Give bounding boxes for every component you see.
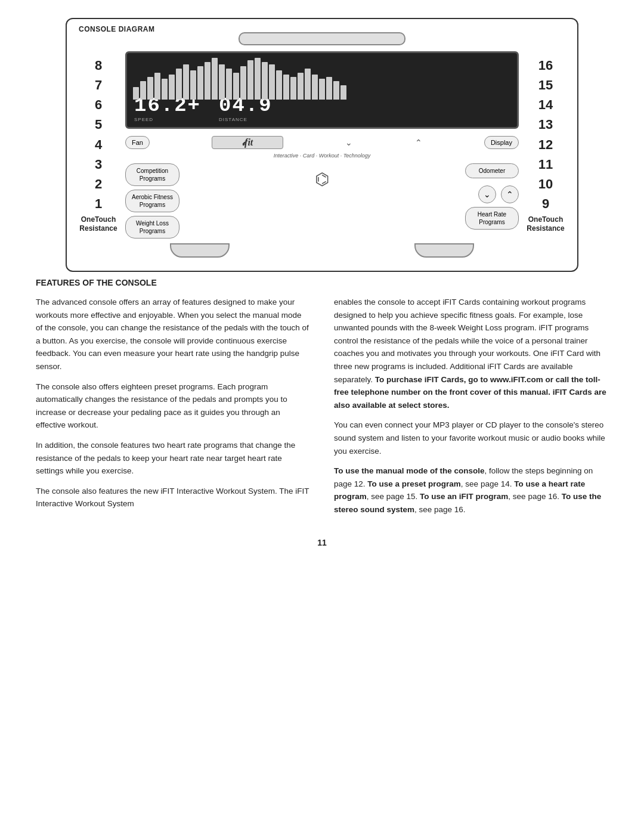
chevron-up-icon[interactable]: ⌃ [415,138,422,147]
arrow-buttons: ⌄ ⌃ [478,185,519,203]
col1-para2: The console also offers eighteen preset … [36,380,310,432]
col2-para2: You can even connect your MP3 player or … [334,419,608,457]
programs-row: CompetitionPrograms Aerobic FitnessProgr… [125,163,519,239]
down-arrow-button[interactable]: ⌄ [478,185,496,203]
competition-programs-button[interactable]: CompetitionPrograms [125,163,179,186]
features-title: FEATURES OF THE CONSOLE [36,278,608,287]
left-num-7: 7 [95,77,102,94]
left-numbers: 8 7 6 5 4 3 2 1 OneTouch Resistance [78,51,119,239]
programs-left: CompetitionPrograms Aerobic FitnessProgr… [125,163,179,239]
col-right: enables the console to accept iFIT Cards… [334,296,608,524]
center-plug-area: ⌬ [185,163,459,189]
footer-bump-left [170,243,230,258]
console-top-slot [78,32,566,45]
weight-loss-programs-button[interactable]: Weight LossPrograms [125,216,179,239]
up-arrow-button[interactable]: ⌃ [501,185,519,203]
fan-button[interactable]: Fan [125,136,150,149]
col1-para3: In addition, the console features two he… [36,439,310,478]
content-section: FEATURES OF THE CONSOLE The advanced con… [36,278,608,524]
console-diagram-label: CONSOLE DIAGRAM [79,25,155,33]
right-num-15: 15 [538,77,553,94]
distance-label: DISTANCE [219,117,247,122]
right-num-13: 13 [538,116,553,134]
col2-para1: enables the console to accept iFIT Cards… [334,296,608,411]
left-num-6: 6 [95,97,102,114]
ifit-tech-label: Interactive · Card · Workout · Technolog… [125,153,519,159]
headphone-plug-icon: ⌬ [315,169,329,189]
right-num-12: 12 [538,137,553,154]
left-num-5: 5 [95,116,102,134]
console-main-body: 8 7 6 5 4 3 2 1 OneTouch Resistance [78,51,566,239]
programs-right: Odometer ⌄ ⌃ Heart RatePrograms [465,163,519,230]
right-num-9: 9 [542,196,549,213]
speed-label: SPEED [134,117,153,122]
col2-para3: To use the manual mode of the console, f… [334,465,608,516]
left-num-1: 1 [95,196,102,213]
onetouch-right: OneTouch Resistance [527,215,564,233]
col1-para1: The advanced console offers an array of … [36,296,310,373]
ifit-logo: 𝒾fit [242,137,253,148]
page-number: 11 [36,538,608,547]
ifit-card-slot[interactable]: 𝒾fit [212,136,283,149]
left-num-8: 8 [95,57,102,75]
console-diagram-outer: CONSOLE DIAGRAM 8 7 6 5 4 3 2 1 [66,18,578,272]
right-num-11: 11 [538,156,553,174]
right-num-16: 16 [538,57,553,75]
footer-bump-right [414,243,474,258]
bar-chart [133,58,511,100]
top-slot-bar [239,32,405,45]
console-footer [78,243,566,258]
col-left: The advanced console offers an array of … [36,296,310,524]
page: CONSOLE DIAGRAM 8 7 6 5 4 3 2 1 [0,0,644,833]
left-num-4: 4 [95,137,102,154]
ifit-row: Fan 𝒾fit ⌄ ⌃ Display [125,136,519,149]
odometer-button[interactable]: Odometer [465,163,519,178]
right-numbers: 16 15 14 13 12 11 10 9 OneTouch Resistan… [525,51,566,239]
right-num-10: 10 [538,176,553,193]
right-num-14: 14 [538,97,553,114]
two-col-layout: The advanced console offers an array of … [36,296,608,524]
console-diagram-section: CONSOLE DIAGRAM 8 7 6 5 4 3 2 1 [36,18,608,272]
display-screen: 16.2+ SPEED 04.9 DISTANCE [125,51,519,129]
heart-rate-programs-button[interactable]: Heart RatePrograms [465,207,519,230]
left-num-3: 3 [95,156,102,174]
onetouch-left: OneTouch Resistance [79,215,117,233]
chevron-down-icon[interactable]: ⌄ [345,138,352,147]
aerobic-fitness-programs-button[interactable]: Aerobic FitnessPrograms [125,190,179,212]
console-center: 16.2+ SPEED 04.9 DISTANCE Fan [119,51,525,239]
display-button[interactable]: Display [484,136,519,149]
left-num-2: 2 [95,176,102,193]
col1-para4: The console also features the new iFIT I… [36,485,310,510]
